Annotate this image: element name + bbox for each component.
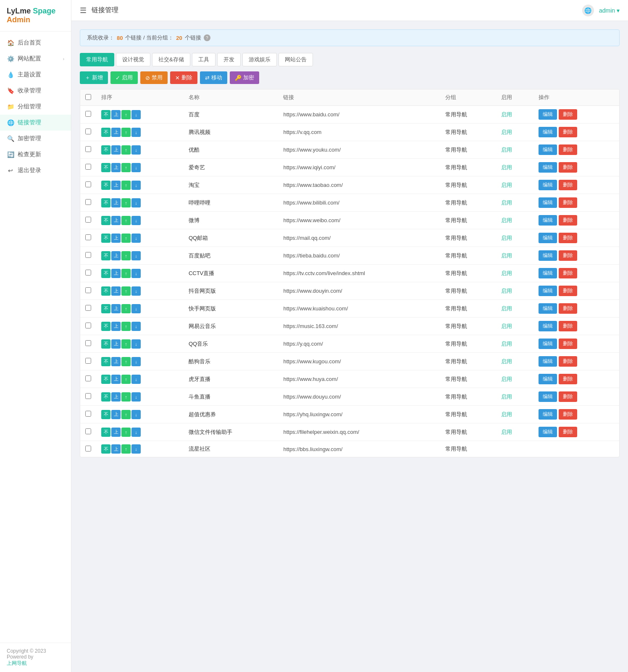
- edit-button[interactable]: 编辑: [539, 127, 557, 137]
- move-button[interactable]: ⇄ 移动: [200, 71, 227, 84]
- sidebar-item-dashboard[interactable]: 🏠 后台首页: [0, 35, 71, 51]
- sort-置底-button[interactable]: 上: [111, 163, 121, 172]
- sort-上移-button[interactable]: ↑: [121, 410, 131, 419]
- row-checkbox[interactable]: [85, 164, 91, 170]
- tab-dev[interactable]: 开发: [217, 53, 241, 66]
- sort-置底-button[interactable]: 上: [111, 410, 121, 419]
- edit-button[interactable]: 编辑: [539, 268, 557, 278]
- sort-上移-button[interactable]: ↑: [121, 357, 131, 366]
- sort-置底-button[interactable]: 上: [111, 216, 121, 225]
- delete-row-button[interactable]: 删除: [559, 391, 577, 402]
- tab-notice[interactable]: 网站公告: [279, 53, 313, 66]
- sort-下移-button[interactable]: ↓: [131, 286, 141, 296]
- sidebar-item-logout[interactable]: ↩ 退出登录: [0, 163, 71, 178]
- help-icon[interactable]: ?: [204, 34, 210, 41]
- sort-置底-button[interactable]: 上: [111, 392, 121, 402]
- delete-row-button[interactable]: 删除: [559, 197, 577, 208]
- delete-row-button[interactable]: 删除: [559, 339, 577, 349]
- sort-置底-button[interactable]: 上: [111, 444, 121, 454]
- row-checkbox[interactable]: [85, 446, 91, 452]
- sort-置底-button[interactable]: 上: [111, 304, 121, 313]
- add-button[interactable]: ＋ 新增: [80, 71, 108, 84]
- sort-下移-button[interactable]: ↓: [131, 392, 141, 402]
- enabled-badge[interactable]: 启用: [501, 252, 512, 259]
- sort-置顶-button[interactable]: 不: [101, 392, 110, 402]
- row-checkbox[interactable]: [85, 411, 91, 417]
- sidebar-item-collection[interactable]: 🔖 收录管理: [0, 83, 71, 99]
- sort-置顶-button[interactable]: 不: [101, 110, 110, 119]
- sort-上移-button[interactable]: ↑: [121, 234, 131, 243]
- row-checkbox[interactable]: [85, 375, 91, 381]
- enabled-badge[interactable]: 启用: [501, 358, 512, 365]
- edit-button[interactable]: 编辑: [539, 321, 557, 331]
- enabled-badge[interactable]: 启用: [501, 129, 512, 135]
- enabled-badge[interactable]: 启用: [501, 164, 512, 171]
- enabled-badge[interactable]: 启用: [501, 270, 512, 276]
- select-all-checkbox[interactable]: [85, 94, 91, 100]
- sort-置顶-button[interactable]: 不: [101, 181, 110, 190]
- row-checkbox[interactable]: [85, 340, 91, 346]
- sort-下移-button[interactable]: ↓: [131, 410, 141, 419]
- sort-上移-button[interactable]: ↑: [121, 269, 131, 278]
- row-checkbox[interactable]: [85, 129, 91, 134]
- row-checkbox[interactable]: [85, 146, 91, 152]
- sort-置底-button[interactable]: 上: [111, 286, 121, 296]
- delete-row-button[interactable]: 删除: [559, 180, 577, 190]
- sort-上移-button[interactable]: ↑: [121, 444, 131, 454]
- user-menu[interactable]: admin ▾: [599, 7, 620, 14]
- delete-row-button[interactable]: 删除: [559, 303, 577, 314]
- sort-置底-button[interactable]: 上: [111, 128, 121, 137]
- edit-button[interactable]: 编辑: [539, 303, 557, 314]
- edit-button[interactable]: 编辑: [539, 409, 557, 420]
- sort-置顶-button[interactable]: 不: [101, 339, 110, 349]
- sort-置顶-button[interactable]: 不: [101, 444, 110, 454]
- row-checkbox[interactable]: [85, 358, 91, 364]
- enabled-badge[interactable]: 启用: [501, 411, 512, 417]
- enabled-badge[interactable]: 启用: [501, 323, 512, 329]
- sort-置顶-button[interactable]: 不: [101, 304, 110, 313]
- delete-row-button[interactable]: 删除: [559, 233, 577, 243]
- sort-置顶-button[interactable]: 不: [101, 322, 110, 331]
- edit-button[interactable]: 编辑: [539, 215, 557, 226]
- sort-上移-button[interactable]: ↑: [121, 304, 131, 313]
- delete-row-button[interactable]: 删除: [559, 144, 577, 155]
- sort-置顶-button[interactable]: 不: [101, 428, 110, 437]
- sort-置顶-button[interactable]: 不: [101, 145, 110, 155]
- sort-上移-button[interactable]: ↑: [121, 163, 131, 172]
- sort-置底-button[interactable]: 上: [111, 234, 121, 243]
- delete-row-button[interactable]: 删除: [559, 268, 577, 278]
- sort-置顶-button[interactable]: 不: [101, 410, 110, 419]
- edit-button[interactable]: 编辑: [539, 233, 557, 243]
- sidebar-item-check-update[interactable]: 🔄 检查更新: [0, 147, 71, 163]
- sidebar-item-password[interactable]: 🔍 加密管理: [0, 131, 71, 147]
- sort-下移-button[interactable]: ↓: [131, 375, 141, 384]
- sort-下移-button[interactable]: ↓: [131, 181, 141, 190]
- enabled-badge[interactable]: 启用: [501, 341, 512, 347]
- sort-置底-button[interactable]: 上: [111, 375, 121, 384]
- sort-上移-button[interactable]: ↑: [121, 392, 131, 402]
- enabled-badge[interactable]: 启用: [501, 200, 512, 206]
- disable-button[interactable]: ⊘ 禁用: [140, 71, 168, 84]
- sort-下移-button[interactable]: ↓: [131, 251, 141, 260]
- encrypt-button[interactable]: 🔑 加密: [230, 71, 259, 84]
- row-checkbox[interactable]: [85, 393, 91, 399]
- sort-置底-button[interactable]: 上: [111, 198, 121, 207]
- sort-上移-button[interactable]: ↑: [121, 198, 131, 207]
- sort-下移-button[interactable]: ↓: [131, 339, 141, 349]
- sort-置底-button[interactable]: 上: [111, 339, 121, 349]
- row-checkbox[interactable]: [85, 287, 91, 293]
- sort-置底-button[interactable]: 上: [111, 181, 121, 190]
- sort-置顶-button[interactable]: 不: [101, 375, 110, 384]
- sort-下移-button[interactable]: ↓: [131, 128, 141, 137]
- sort-置底-button[interactable]: 上: [111, 357, 121, 366]
- sort-上移-button[interactable]: ↑: [121, 322, 131, 331]
- edit-button[interactable]: 编辑: [539, 162, 557, 173]
- row-checkbox[interactable]: [85, 252, 91, 258]
- row-checkbox[interactable]: [85, 428, 91, 434]
- sort-置顶-button[interactable]: 不: [101, 198, 110, 207]
- edit-button[interactable]: 编辑: [539, 180, 557, 190]
- delete-row-button[interactable]: 删除: [559, 374, 577, 384]
- enabled-badge[interactable]: 启用: [501, 182, 512, 188]
- edit-button[interactable]: 编辑: [539, 374, 557, 384]
- tab-design[interactable]: 设计视觉: [116, 53, 150, 66]
